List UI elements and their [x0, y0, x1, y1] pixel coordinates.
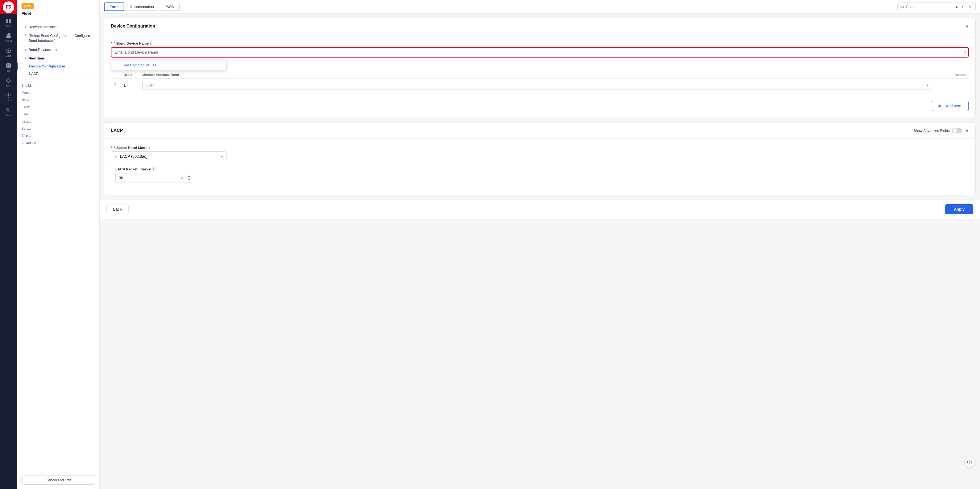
new-item-label: New Item — [29, 56, 44, 60]
add-item-button[interactable]: ⊕ + Add Item — [932, 101, 969, 111]
tab-documentation[interactable]: Documentation — [125, 3, 159, 11]
svg-rect-1 — [9, 19, 11, 21]
show-advanced-label: Show Advanced Fields — [913, 129, 950, 133]
col-actions: Actions — [934, 73, 967, 77]
add-item-label: + Add Item — [943, 104, 961, 108]
bond-device-name-field: * * Bond Device Name ℹ ∧ — [111, 41, 969, 57]
search-prev-button[interactable]: ▲ — [954, 4, 959, 9]
bond-device-name-info-icon[interactable]: ℹ — [150, 41, 151, 45]
sidebar-icon-external[interactable]: Exte — [0, 75, 17, 90]
top-tab-bar: Form Documentation JSON ▲ ▼ ✕ — [100, 0, 980, 13]
sidebar-icon-fleet[interactable]: Fleet — [0, 60, 17, 75]
lacp-packet-interval-input[interactable] — [116, 173, 178, 183]
sidebar-item-bond-devices[interactable]: Bond Devices List — [17, 45, 99, 54]
sidebar-item-device-configuration[interactable]: Device Configuration — [17, 62, 99, 70]
row-member-input-wrapper: ▾ — [142, 81, 931, 89]
lacp-packet-interval-label: LACP Packet Interval ℹ — [115, 167, 969, 171]
lacp-interval-clear-button[interactable]: ✕ — [178, 175, 186, 181]
sidebar-icon-grid[interactable]: Sele — [0, 16, 17, 30]
show-advanced-toggle[interactable] — [952, 128, 962, 133]
svg-rect-3 — [9, 21, 11, 23]
lacp-collapse-button[interactable]: ∧ — [965, 127, 969, 134]
list-icon — [116, 63, 120, 67]
svg-rect-12 — [116, 65, 120, 65]
lacp-section: LACP Show Advanced Fields ∧ — [104, 122, 975, 195]
device-configuration-title: Device Configuration — [111, 24, 155, 29]
bond-device-name-chevron[interactable]: ∧ — [961, 48, 968, 57]
sidebar-item-select-bond[interactable]: "Select Bond Configuration : Configure B… — [17, 31, 99, 45]
help-button[interactable] — [964, 457, 975, 467]
tab-form[interactable]: Form — [104, 3, 124, 11]
sidebar-icon-cloud[interactable]: Cloud — [0, 30, 17, 45]
device-configuration-collapse-button[interactable]: ∧ — [965, 23, 969, 29]
bond-mode-value: LACP (802.3ad) — [120, 154, 219, 159]
lacp-interval-info-icon[interactable]: ℹ — [153, 167, 154, 171]
back-button[interactable]: Back — [106, 205, 129, 214]
member-interfaces-table: Order Member Interface/Bond Actions ⠿ 1 … — [111, 71, 969, 92]
col-member: Member Interface/Bond — [142, 73, 931, 77]
apply-button[interactable]: Apply — [945, 204, 974, 214]
bond-mode-chevron: ▾ — [221, 154, 223, 159]
table-row: ⠿ 1 ▾ — [111, 79, 969, 92]
svg-rect-0 — [6, 19, 8, 21]
bottom-action-bar: Back Apply — [100, 200, 980, 218]
svg-point-5 — [8, 50, 10, 51]
lacp-section-header: LACP Show Advanced Fields ∧ — [104, 123, 975, 139]
svg-rect-11 — [116, 64, 120, 64]
sidebar-icon-sites[interactable]: Sites — [0, 45, 17, 60]
search-icon — [900, 5, 904, 8]
search-next-button[interactable]: ▼ — [960, 4, 966, 9]
sidebar-section-new-item[interactable]: ▸ New Item — [17, 54, 99, 62]
device-configuration-body: * * Bond Device Name ℹ ∧ — [104, 34, 975, 118]
table-header: Order Member Interface/Bond Actions — [111, 71, 969, 79]
search-close-button[interactable]: ✕ — [967, 4, 972, 10]
drag-handle[interactable]: ⠿ — [113, 83, 121, 88]
device-configuration-header: Device Configuration ∧ — [104, 18, 975, 34]
sidebar-item-lacp[interactable]: LACP — [17, 70, 99, 77]
svg-point-8 — [8, 94, 10, 96]
lacp-packet-interval-field: LACP Packet Interval ℹ ✕ ▲ ▼ — [115, 167, 969, 183]
lacp-packet-interval-wrapper: ✕ ▲ ▼ — [115, 173, 192, 183]
svg-rect-2 — [6, 21, 8, 23]
lacp-interval-increment[interactable]: ▲ — [186, 174, 192, 178]
svg-rect-7 — [8, 64, 10, 67]
row-member-chevron[interactable]: ▾ — [925, 82, 931, 88]
col-order: Order — [124, 73, 140, 77]
lacp-body: * * Select Bond Mode ℹ ⇄ LACP (802.3ad) … — [104, 139, 975, 195]
lacp-title: LACP — [111, 128, 123, 133]
sidebar-item-network-interfaces[interactable]: Network Interfaces — [17, 22, 99, 31]
fleet-label: Fleet — [21, 11, 95, 16]
bond-device-name-input[interactable] — [111, 48, 961, 57]
add-item-plus-icon: ⊕ — [938, 103, 941, 108]
select-bond-mode-label: * * Select Bond Mode ℹ — [111, 145, 969, 150]
left-navigation: Network Interfaces "Select Bond Configur… — [17, 19, 99, 471]
svg-rect-13 — [116, 66, 119, 66]
show-advanced-fields: Show Advanced Fields — [913, 128, 962, 133]
sidebar-icon-key[interactable]: Man — [0, 105, 17, 119]
search-box: ▲ ▼ ✕ — [897, 2, 975, 11]
lacp-interval-decrement[interactable]: ▼ — [186, 178, 192, 182]
bond-device-name-dropdown: See Common Values — [111, 59, 226, 71]
app-logo: F5 — [3, 2, 14, 13]
lacp-interval-stepper: ▲ ▼ — [186, 174, 192, 182]
new-badge: New — [21, 3, 34, 9]
cancel-exit-button[interactable]: Cancel and Exit — [21, 476, 95, 484]
svg-point-15 — [969, 463, 970, 464]
select-bond-mode-field: * * Select Bond Mode ℹ ⇄ LACP (802.3ad) … — [111, 145, 969, 161]
sidebar-icon-manage[interactable]: Mana — [0, 90, 17, 105]
bond-mode-info-icon[interactable]: ℹ — [148, 145, 150, 150]
help-icon — [967, 460, 972, 465]
search-input[interactable] — [906, 5, 952, 9]
row-order: 1 — [124, 83, 140, 88]
tab-json[interactable]: JSON — [160, 3, 180, 11]
see-common-values-item[interactable]: See Common Values — [111, 59, 226, 70]
bond-mode-icon: ⇄ — [115, 154, 118, 159]
bond-mode-select[interactable]: ⇄ LACP (802.3ad) ▾ — [111, 151, 226, 161]
bond-device-name-label: * * Bond Device Name ℹ — [111, 41, 969, 45]
row-member-input[interactable] — [143, 81, 925, 89]
